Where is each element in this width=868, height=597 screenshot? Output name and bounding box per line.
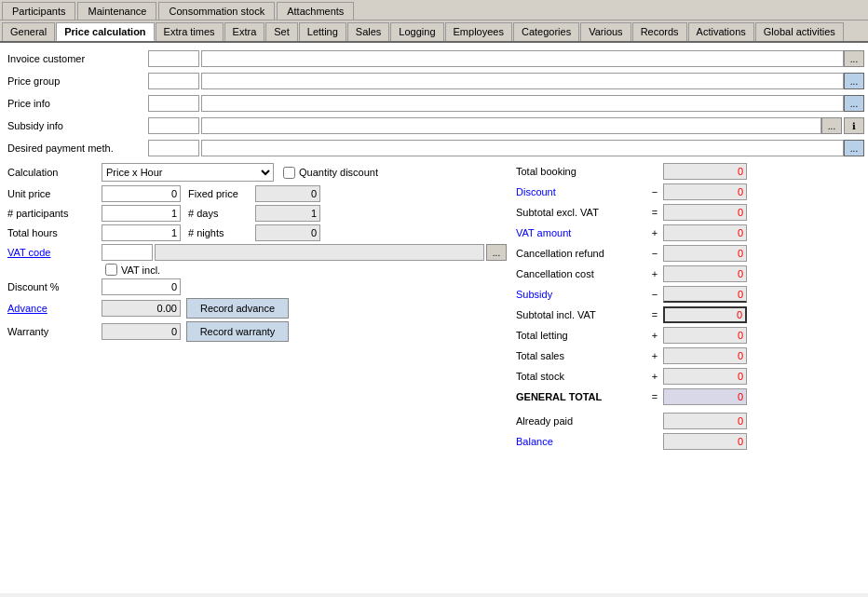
price-group-label: Price group (4, 75, 148, 87)
vat-amount-label: VAT amount (516, 227, 646, 238)
participants-input[interactable] (102, 205, 181, 222)
subsidy-info-label: Subsidy info (4, 120, 148, 131)
total-sales-value[interactable] (663, 347, 747, 364)
advance-label[interactable]: Advance (4, 303, 102, 314)
tab-extra-times[interactable]: Extra times (156, 22, 224, 41)
tab-employees[interactable]: Employees (445, 22, 512, 41)
unit-price-input[interactable] (102, 185, 181, 202)
calculation-label: Calculation (4, 167, 102, 178)
nights-input[interactable] (255, 224, 320, 241)
tab-global-activities[interactable]: Global activities (755, 22, 844, 41)
vat-incl-checkbox[interactable] (105, 264, 117, 276)
invoice-customer-input-long[interactable] (201, 50, 844, 67)
subsidy-info-input-short[interactable] (148, 117, 199, 134)
tab-consommation-stock[interactable]: Consommation stock (158, 2, 275, 20)
vat-code-input2[interactable] (155, 244, 484, 261)
price-info-label: Price info (4, 98, 148, 109)
cancellation-refund-value[interactable] (663, 245, 747, 262)
tab-price-calculation[interactable]: Price calculation (56, 22, 154, 41)
invoice-customer-input-short[interactable] (148, 50, 199, 67)
tab-sales[interactable]: Sales (347, 22, 390, 41)
vat-incl-label: VAT incl. (121, 265, 160, 276)
second-tab-bar: General Price calculation Extra times Ex… (0, 20, 868, 43)
desired-payment-dots-button[interactable]: ... (844, 140, 864, 156)
total-stock-row: Total stock + (516, 367, 864, 386)
vat-amount-value[interactable] (663, 224, 747, 241)
days-input[interactable] (255, 205, 320, 222)
total-booking-row: Total booking (516, 162, 864, 181)
subtotal-incl-vat-row: Subtotal incl. VAT = (516, 305, 864, 324)
general-total-value[interactable] (663, 388, 747, 405)
invoice-customer-label: Invoice customer (4, 53, 148, 64)
total-sales-row: Total sales + (516, 346, 864, 365)
invoice-customer-row: Invoice customer ... (4, 48, 864, 69)
warranty-row: Warranty Record warranty (4, 321, 507, 342)
top-tab-bar: Participants Maintenance Consommation st… (0, 0, 868, 20)
total-booking-value[interactable] (663, 163, 747, 180)
vat-code-dots-button[interactable]: ... (486, 244, 507, 261)
price-group-input-long[interactable] (201, 73, 844, 89)
desired-payment-input-long[interactable] (201, 140, 844, 156)
unit-price-label: Unit price (4, 188, 102, 199)
discount-row: Discount − (516, 183, 864, 201)
quantity-discount-checkbox[interactable] (283, 167, 295, 179)
invoice-customer-dots-button[interactable]: ... (844, 50, 864, 67)
already-paid-value[interactable] (663, 413, 747, 429)
calc-select-wrap: Price x Hour (102, 163, 274, 182)
warranty-label: Warranty (4, 326, 102, 337)
balance-value[interactable] (663, 433, 747, 450)
tab-participants[interactable]: Participants (2, 2, 75, 20)
subsidy-info-row: Subsidy info ... ℹ (4, 115, 864, 136)
record-warranty-button[interactable]: Record warranty (186, 321, 289, 342)
days-label: # days (181, 208, 255, 219)
subsidy-value[interactable] (663, 286, 747, 303)
record-advance-button[interactable]: Record advance (186, 298, 289, 319)
discount-op: − (646, 186, 663, 197)
subtotal-incl-vat-value[interactable] (663, 306, 747, 323)
tab-categories[interactable]: Categories (513, 22, 579, 41)
main-content: Invoice customer ... Price group ... Pri… (0, 43, 868, 593)
advance-input[interactable] (102, 300, 181, 317)
total-letting-value[interactable] (663, 327, 747, 344)
tab-logging[interactable]: Logging (390, 22, 443, 41)
discount-value[interactable] (663, 183, 747, 200)
vat-code-input1[interactable] (102, 244, 153, 261)
price-info-input-short[interactable] (148, 95, 199, 112)
tab-set[interactable]: Set (265, 22, 298, 41)
tab-extra[interactable]: Extra (224, 22, 265, 41)
price-group-dots-button[interactable]: ... (844, 73, 864, 89)
cancellation-refund-label: Cancellation refund (516, 248, 646, 259)
subtotal-excl-vat-value[interactable] (663, 204, 747, 221)
desired-payment-row: Desired payment meth. ... (4, 138, 864, 158)
cancellation-cost-value[interactable] (663, 265, 747, 282)
tab-activations[interactable]: Activations (688, 22, 754, 41)
total-hours-input[interactable] (102, 224, 181, 241)
tab-letting[interactable]: Letting (299, 22, 346, 41)
tab-general[interactable]: General (2, 22, 55, 41)
participants-label: # participants (4, 208, 102, 219)
tab-attachments[interactable]: Attachments (277, 2, 354, 20)
subsidy-info-input-long[interactable] (201, 117, 821, 134)
price-info-row: Price info ... (4, 93, 864, 114)
fixed-price-label: Fixed price (181, 188, 255, 199)
calculation-select[interactable]: Price x Hour (102, 163, 274, 182)
discount-pct-input[interactable] (102, 278, 181, 295)
balance-row: Balance (516, 432, 864, 451)
price-info-dots-button[interactable]: ... (844, 95, 864, 112)
fixed-price-input[interactable] (255, 185, 320, 202)
unit-price-row: Unit price Fixed price (4, 185, 507, 202)
price-group-input-short[interactable] (148, 73, 199, 89)
subsidy-info-info-button[interactable]: ℹ (844, 117, 864, 134)
subsidy-info-dots-button[interactable]: ... (821, 117, 842, 134)
tab-maintenance[interactable]: Maintenance (77, 2, 156, 20)
warranty-input[interactable] (102, 323, 181, 340)
tab-various[interactable]: Various (580, 22, 631, 41)
desired-payment-input-short[interactable] (148, 140, 199, 156)
vat-amount-op: + (646, 227, 663, 238)
price-info-input-long[interactable] (201, 95, 844, 112)
tab-records[interactable]: Records (632, 22, 687, 41)
total-stock-value[interactable] (663, 368, 747, 385)
subtotal-excl-vat-op: = (646, 207, 663, 218)
participants-row: # participants # days (4, 205, 507, 222)
vat-code-label[interactable]: VAT code (4, 247, 102, 258)
